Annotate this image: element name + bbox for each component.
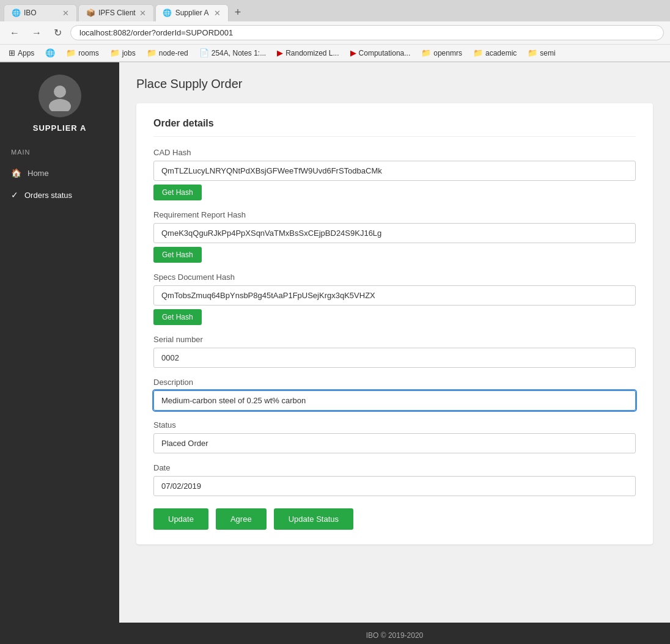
tab-supplier-label: Supplier A: [175, 9, 209, 17]
tab-bar: 🌐 IBO ✕ 📦 IPFS Client ✕ 🌐 Supplier A ✕ +: [0, 0, 670, 21]
page-title: Place Supply Order: [136, 77, 653, 91]
label-cad-hash: CAD Hash: [153, 148, 636, 157]
bookmark-jobs[interactable]: 📁 jobs: [108, 47, 138, 59]
tab-ipfs-label: IPFS Client: [98, 9, 136, 17]
bookmark-apps[interactable]: ⊞ Apps: [6, 47, 37, 59]
get-hash-button-requirement[interactable]: Get Hash: [153, 247, 202, 263]
address-bar-row: ← → ↻: [0, 21, 670, 45]
input-status[interactable]: [153, 433, 636, 453]
bookmark-apps-label: Apps: [18, 49, 34, 57]
main-content: Place Supply Order Order details CAD Has…: [119, 62, 670, 623]
folder-icon-semi: 📁: [528, 48, 537, 57]
tab-supplier-icon: 🌐: [163, 9, 172, 17]
sidebar-navigation: 🏠 Home ✓ Orders status: [0, 162, 119, 206]
folder-icon-jobs: 📁: [110, 48, 120, 57]
label-status: Status: [153, 420, 636, 430]
form-group-date: Date: [153, 463, 636, 496]
address-input[interactable]: [70, 25, 664, 40]
order-card: Order details CAD Hash Get Hash Requirem…: [136, 103, 653, 544]
label-date: Date: [153, 463, 636, 472]
input-specs-hash[interactable]: [153, 285, 636, 306]
bookmark-notes-label: 254A, Notes 1:...: [212, 49, 266, 57]
bookmark-semi-label: semi: [540, 49, 555, 57]
label-requirement-hash: Requirement Report Hash: [153, 210, 636, 219]
input-cad-hash[interactable]: [153, 161, 636, 181]
form-group-status: Status: [153, 420, 636, 453]
bookmark-jobs-label: jobs: [122, 49, 136, 57]
form-group-cad-hash: CAD Hash Get Hash: [153, 148, 636, 200]
avatar: [39, 75, 81, 117]
bookmark-randomized[interactable]: ▶ Randomized L...: [274, 47, 341, 59]
update-button[interactable]: Update: [153, 508, 208, 530]
main-area: Place Supply Order Order details CAD Has…: [119, 62, 670, 644]
new-tab-button[interactable]: +: [230, 4, 246, 21]
form-group-serial-number: Serial number: [153, 335, 636, 368]
home-icon: 🏠: [11, 168, 21, 178]
sidebar-item-home-label: Home: [28, 169, 49, 178]
bookmark-academic[interactable]: 📁 academic: [471, 47, 519, 59]
footer: IBO © 2019-2020: [119, 623, 670, 644]
input-description[interactable]: [153, 390, 636, 411]
bookmark-randomized-label: Randomized L...: [285, 49, 339, 57]
label-specs-hash: Specs Document Hash: [153, 273, 636, 282]
folder-icon-node-red: 📁: [147, 48, 156, 57]
sidebar-section-label: MAIN: [0, 145, 119, 159]
get-hash-button-specs[interactable]: Get Hash: [153, 309, 202, 325]
tab-supplier-close[interactable]: ✕: [214, 9, 221, 18]
sidebar: SUPPLIER A MAIN 🏠 Home ✓ Orders status: [0, 62, 119, 644]
bookmark-node-red[interactable]: 📁 node-red: [144, 47, 191, 59]
tab-supplier[interactable]: 🌐 Supplier A ✕: [155, 4, 229, 21]
bookmark-notes[interactable]: 📄 254A, Notes 1:...: [197, 47, 268, 59]
bookmark-rooms-label: rooms: [78, 49, 98, 57]
tab-ibo-close[interactable]: ✕: [62, 9, 69, 18]
apps-grid-icon: ⊞: [9, 48, 15, 57]
input-date[interactable]: [153, 476, 636, 496]
youtube-icon-computational: ▶: [350, 48, 356, 57]
tab-ipfs-close[interactable]: ✕: [139, 9, 146, 18]
svg-point-1: [49, 99, 71, 111]
browser-chrome: 🌐 IBO ✕ 📦 IPFS Client ✕ 🌐 Supplier A ✕ +…: [0, 0, 670, 62]
form-group-specs-hash: Specs Document Hash Get Hash: [153, 273, 636, 325]
bookmarks-bar: ⊞ Apps 🌐 📁 rooms 📁 jobs 📁 node-red 📄 254…: [0, 45, 670, 62]
update-status-button[interactable]: Update Status: [274, 508, 353, 530]
forward-button[interactable]: →: [28, 26, 45, 40]
bookmark-openmrs-label: openmrs: [433, 49, 462, 57]
sidebar-item-orders[interactable]: ✓ Orders status: [0, 184, 119, 206]
sidebar-item-orders-label: Orders status: [24, 191, 72, 200]
globe-icon: 🌐: [45, 48, 55, 57]
refresh-button[interactable]: ↻: [50, 26, 65, 40]
svg-point-0: [54, 86, 66, 98]
folder-icon-academic: 📁: [473, 48, 483, 57]
label-description: Description: [153, 378, 636, 387]
bookmark-academic-label: academic: [485, 49, 517, 57]
bookmark-globe[interactable]: 🌐: [43, 47, 57, 59]
sidebar-item-home[interactable]: 🏠 Home: [0, 162, 119, 184]
checkmark-icon: ✓: [11, 190, 18, 200]
form-group-requirement-hash: Requirement Report Hash Get Hash: [153, 210, 636, 263]
form-group-description: Description: [153, 378, 636, 411]
order-card-title: Order details: [153, 118, 636, 137]
tab-ibo[interactable]: 🌐 IBO ✕: [4, 4, 77, 21]
app-wrapper: SUPPLIER A MAIN 🏠 Home ✓ Orders status P…: [0, 62, 670, 644]
label-serial-number: Serial number: [153, 335, 636, 344]
get-hash-button-cad[interactable]: Get Hash: [153, 185, 202, 200]
bookmark-rooms[interactable]: 📁 rooms: [64, 47, 101, 59]
tab-ipfs[interactable]: 📦 IPFS Client ✕: [78, 4, 154, 21]
tab-ibo-icon: 🌐: [12, 9, 20, 17]
bookmark-semi[interactable]: 📁 semi: [525, 47, 558, 59]
bookmark-computational-label: Computationa...: [359, 49, 411, 57]
folder-icon-rooms: 📁: [66, 48, 76, 57]
back-button[interactable]: ←: [6, 26, 23, 40]
sidebar-user-name: SUPPLIER A: [33, 123, 87, 133]
doc-icon-notes: 📄: [199, 48, 209, 57]
youtube-icon-randomized: ▶: [277, 48, 283, 57]
tab-ibo-label: IBO: [24, 9, 37, 17]
agree-button[interactable]: Agree: [216, 508, 267, 530]
folder-icon-openmrs: 📁: [421, 48, 431, 57]
bookmark-computational[interactable]: ▶ Computationa...: [348, 47, 413, 59]
input-requirement-hash[interactable]: [153, 223, 636, 243]
bookmark-openmrs[interactable]: 📁 openmrs: [419, 47, 465, 59]
footer-text: IBO © 2019-2020: [366, 631, 424, 640]
input-serial-number[interactable]: [153, 348, 636, 368]
action-buttons: Update Agree Update Status: [153, 508, 636, 530]
